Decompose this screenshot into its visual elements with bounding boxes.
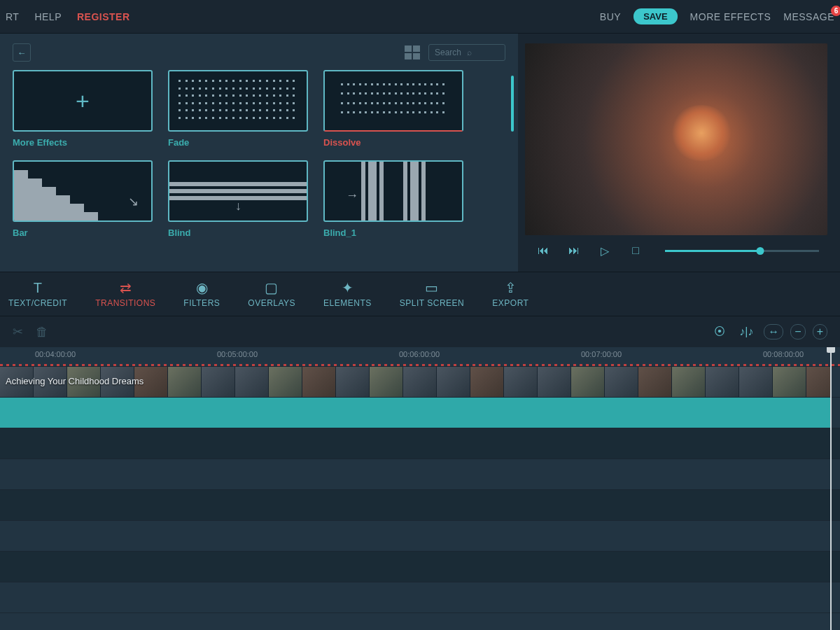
arrow-diagonal-icon: ↘ xyxy=(128,194,139,209)
tab-overlays[interactable]: ▢ OVERLAYS xyxy=(248,280,295,308)
more-effects-link[interactable]: MORE EFFECTS xyxy=(690,11,771,22)
tab-transitions[interactable]: ⇄ TRANSITIONS xyxy=(95,280,155,308)
ruler-tick: 00:08:00:00 xyxy=(763,350,804,358)
clip-title: Achieving Your Childhood Dreams xyxy=(6,376,144,386)
video-track[interactable]: Achieving Your Childhood Dreams xyxy=(0,367,840,398)
transition-fade[interactable]: Fade xyxy=(168,70,308,148)
ruler-marks xyxy=(0,364,840,366)
cut-button[interactable]: ✂ xyxy=(13,324,23,340)
audio-clip[interactable] xyxy=(0,398,830,428)
transition-grid: + More Effects Fade xyxy=(13,70,505,238)
thumb-label: Blind xyxy=(168,227,308,238)
svg-rect-2 xyxy=(14,195,70,204)
tab-export[interactable]: ⇪ EXPORT xyxy=(492,280,528,308)
top-menu-bar: RT HELP REGISTER BUY SAVE MORE EFFECTS M… xyxy=(0,0,840,34)
transition-blind-1[interactable]: → Blind_1 xyxy=(323,160,463,238)
timeline: 00:04:00:00 00:05:00:00 00:06:00:00 00:0… xyxy=(0,347,840,630)
timeline-ruler[interactable]: 00:04:00:00 00:05:00:00 00:06:00:00 00:0… xyxy=(0,347,840,367)
video-clip[interactable]: Achieving Your Childhood Dreams xyxy=(0,367,830,397)
tab-filters[interactable]: ◉ FILTERS xyxy=(183,280,220,308)
render-button[interactable]: ⦿ xyxy=(710,325,729,339)
tab-label: TRANSITIONS xyxy=(95,298,155,308)
export-icon: ⇪ xyxy=(505,280,517,295)
plus-icon: + xyxy=(76,88,90,115)
svg-rect-1 xyxy=(14,204,84,212)
zoom-out-button[interactable]: − xyxy=(790,324,805,340)
scissors-icon: ✂ xyxy=(13,325,23,339)
prev-frame-button[interactable]: ⏮ xyxy=(533,242,553,259)
svg-rect-0 xyxy=(14,212,98,220)
thumb-label: Dissolve xyxy=(323,137,463,148)
split-screen-icon: ▭ xyxy=(425,280,439,295)
empty-track-1[interactable] xyxy=(0,428,840,459)
menu-item-register[interactable]: REGISTER xyxy=(77,11,130,22)
tab-text-credit[interactable]: T TEXT/CREDIT xyxy=(8,280,67,308)
thumb-blind-1: → xyxy=(323,160,463,222)
playback-knob[interactable] xyxy=(757,247,764,255)
play-button[interactable]: ▷ xyxy=(595,242,615,259)
playhead-cap[interactable] xyxy=(827,347,835,353)
tab-label: SPLIT SCREEN xyxy=(400,298,464,308)
zoom-in-button[interactable]: + xyxy=(813,324,827,340)
playback-progress xyxy=(665,250,760,252)
save-button[interactable]: SAVE xyxy=(634,8,677,24)
tab-split-screen[interactable]: ▭ SPLIT SCREEN xyxy=(400,280,464,308)
tab-label: FILTERS xyxy=(183,298,220,308)
grid-view-toggle[interactable] xyxy=(405,46,420,59)
empty-track-2[interactable] xyxy=(0,459,840,490)
menu-item-rt[interactable]: RT xyxy=(6,11,19,22)
tab-label: OVERLAYS xyxy=(248,298,295,308)
playback-controls: ⏮ ⏭ ▷ □ xyxy=(525,235,827,266)
transition-blind[interactable]: ↓ Blind xyxy=(168,160,308,238)
tab-elements[interactable]: ✦ ELEMENTS xyxy=(323,280,372,308)
browser-scrollbar[interactable] xyxy=(511,76,514,132)
empty-track-6[interactable] xyxy=(0,582,840,613)
playback-slider[interactable] xyxy=(665,250,819,252)
main-row: ← Search ⌕ + More Effects xyxy=(0,34,840,272)
transition-bar[interactable]: ↘ Bar xyxy=(13,160,153,238)
svg-rect-5 xyxy=(14,170,28,178)
browser-toolbar: ← Search ⌕ xyxy=(13,43,505,62)
skip-back-icon: ⏮ xyxy=(538,244,549,257)
tab-label: EXPORT xyxy=(492,298,528,308)
search-input[interactable]: Search ⌕ xyxy=(428,44,505,61)
fade-preview-icon xyxy=(178,80,298,122)
audio-track[interactable] xyxy=(0,398,840,428)
buy-link[interactable]: BUY xyxy=(600,11,621,22)
timeline-toolbar: ✂ 🗑 ⦿ ♪|♪ ↔ − + xyxy=(0,316,840,347)
audio-tool-button[interactable]: ♪|♪ xyxy=(736,325,757,339)
bar-preview-icon xyxy=(14,162,98,220)
category-tabs: T TEXT/CREDIT ⇄ TRANSITIONS ◉ FILTERS ▢ … xyxy=(0,272,840,316)
ruler-tick: 00:05:00:00 xyxy=(217,350,258,358)
empty-track-3[interactable] xyxy=(0,490,840,521)
thumb-label: Fade xyxy=(168,137,308,148)
transitions-browser: ← Search ⌕ + More Effects xyxy=(0,34,518,272)
svg-rect-4 xyxy=(14,178,42,187)
fit-icon: ↔ xyxy=(768,326,779,337)
stop-icon: □ xyxy=(632,244,639,257)
transition-dissolve[interactable]: Dissolve xyxy=(323,70,463,148)
back-button[interactable]: ← xyxy=(13,43,31,62)
playhead[interactable] xyxy=(830,347,832,630)
thumb-label: Blind_1 xyxy=(323,227,463,238)
transition-more-effects[interactable]: + More Effects xyxy=(13,70,153,148)
stop-button[interactable]: □ xyxy=(626,242,645,259)
delete-button[interactable]: 🗑 xyxy=(36,325,48,340)
empty-track-5[interactable] xyxy=(0,552,840,582)
search-icon: ⌕ xyxy=(467,48,499,57)
search-placeholder: Search xyxy=(435,48,467,57)
arrow-down-icon: ↓ xyxy=(235,199,241,214)
message-link[interactable]: MESSAGE 6 xyxy=(783,11,834,22)
next-frame-button[interactable]: ⏭ xyxy=(564,242,584,259)
overlays-icon: ▢ xyxy=(265,280,279,295)
thumb-label: Bar xyxy=(13,227,153,238)
menu-left: RT HELP REGISTER xyxy=(6,11,130,22)
empty-track-4[interactable] xyxy=(0,521,840,552)
menu-item-help[interactable]: HELP xyxy=(34,11,62,22)
notification-badge: 6 xyxy=(831,6,840,16)
tab-label: TEXT/CREDIT xyxy=(8,298,67,308)
zoom-fit-button[interactable]: ↔ xyxy=(764,324,783,340)
preview-canvas[interactable] xyxy=(525,43,827,235)
thumb-bar: ↘ xyxy=(13,160,153,222)
browser-toolbar-right: Search ⌕ xyxy=(405,44,505,61)
